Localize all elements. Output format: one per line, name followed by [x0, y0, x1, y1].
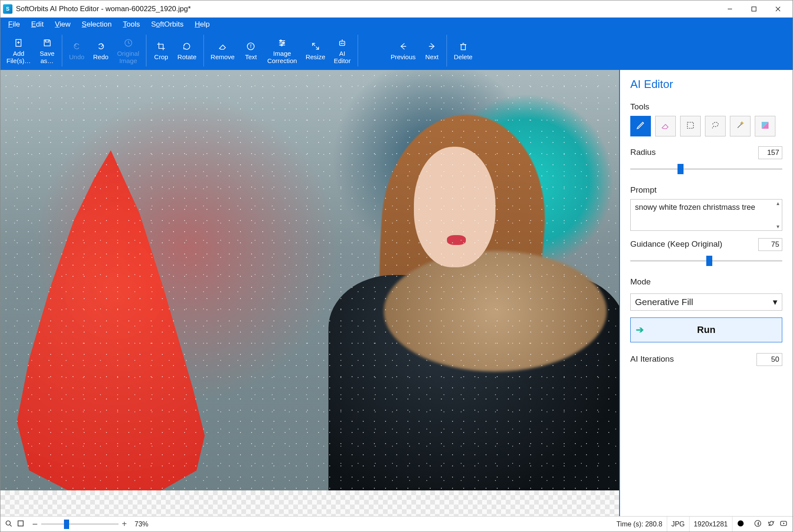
magic-wand-icon	[735, 120, 745, 133]
svg-point-33	[738, 520, 744, 526]
menu-file[interactable]: File	[6, 19, 22, 30]
svg-point-21	[343, 42, 344, 44]
menu-view[interactable]: View	[52, 19, 73, 30]
text-icon: T	[246, 40, 255, 52]
svg-line-17	[313, 43, 315, 46]
app-icon: S	[3, 4, 12, 14]
mode-select[interactable]: Generative Fill ▾	[630, 293, 782, 311]
prompt-label: Prompt	[630, 185, 782, 195]
panel-title: AI Editor	[630, 78, 782, 91]
rotate-icon	[182, 40, 191, 52]
chevron-down-icon: ▾	[773, 297, 778, 307]
mode-value: Generative Fill	[635, 297, 693, 307]
zoom-fit-icon[interactable]	[17, 520, 24, 529]
guidance-label: Guidance (Keep Original)	[630, 239, 722, 249]
lasso-tool[interactable]	[705, 116, 726, 136]
svg-rect-28	[687, 122, 693, 128]
svg-marker-38	[783, 523, 785, 524]
menu-selection[interactable]: Selection	[79, 19, 114, 30]
scroll-down-icon[interactable]: ▼	[775, 224, 781, 230]
trash-icon	[459, 40, 468, 52]
add-file-icon	[14, 37, 23, 49]
gradient-tool[interactable]	[755, 116, 775, 136]
prompt-input[interactable]: snowy white frozen christmass tree ▲ ▼	[630, 199, 782, 231]
save-icon	[43, 37, 52, 49]
lasso-icon	[710, 120, 720, 133]
guidance-value[interactable]: 75	[758, 238, 782, 251]
eraser-icon	[218, 40, 227, 52]
pencil-icon	[635, 120, 646, 133]
ai-editor-panel: AI Editor Tools Radius 157 Prompt snowy …	[619, 70, 793, 516]
tools-row	[630, 116, 782, 136]
pencil-tool[interactable]	[630, 116, 651, 136]
svg-text:T: T	[249, 44, 252, 49]
svg-rect-7	[46, 40, 49, 42]
previous-button[interactable]: Previous	[386, 31, 420, 70]
undo-icon	[72, 40, 82, 52]
menu-tools[interactable]: Tools	[120, 19, 143, 30]
text-button[interactable]: T Text	[239, 31, 263, 70]
transparent-area	[0, 490, 619, 516]
iterations-label: AI Iterations	[630, 354, 674, 364]
menubar: File Edit View Selection Tools SoftOrbit…	[0, 18, 793, 31]
run-button[interactable]: ➔ Run	[630, 317, 782, 342]
rect-select-tool[interactable]	[680, 116, 701, 136]
svg-line-31	[10, 525, 12, 526]
redo-button[interactable]: Redo	[89, 31, 113, 70]
facebook-icon[interactable]	[754, 520, 762, 529]
zoom-percent: 73%	[135, 520, 149, 528]
next-button[interactable]: Next	[420, 31, 444, 70]
svg-rect-19	[340, 41, 345, 45]
arrow-right-icon	[427, 40, 437, 52]
add-files-button[interactable]: AddFile(s)…	[2, 31, 35, 70]
rotate-button[interactable]: Rotate	[173, 31, 201, 70]
zoom-out-button[interactable]: −	[29, 519, 41, 530]
revert-icon	[124, 37, 133, 49]
status-bar: − + 73% Time (s): 280.8 JPG 1920x1281	[0, 516, 793, 532]
zoom-in-button[interactable]: +	[118, 519, 131, 529]
eraser-tool[interactable]	[655, 116, 676, 136]
original-image-button[interactable]: OriginalImage	[113, 31, 144, 70]
magic-wand-tool[interactable]	[730, 116, 750, 136]
prompt-text: snowy white frozen christmass tree	[635, 203, 755, 212]
canvas-area[interactable]	[0, 70, 619, 516]
zoom-actual-icon[interactable]	[5, 520, 12, 529]
run-arrow-icon: ➔	[636, 324, 644, 336]
youtube-icon[interactable]	[780, 520, 787, 529]
ai-editor-button[interactable]: AIEditor	[329, 31, 355, 70]
iterations-value[interactable]: 50	[757, 353, 782, 366]
crop-button[interactable]: Crop	[149, 31, 173, 70]
image-preview[interactable]	[0, 70, 619, 516]
close-button[interactable]	[766, 0, 790, 18]
run-label: Run	[697, 324, 716, 336]
robot-icon	[337, 37, 347, 49]
zoom-slider[interactable]	[41, 517, 118, 532]
rect-select-icon	[685, 120, 696, 133]
delete-button[interactable]: Delete	[450, 31, 477, 70]
remove-button[interactable]: Remove	[207, 31, 239, 70]
sliders-icon	[277, 37, 287, 49]
minimize-button[interactable]	[718, 0, 742, 18]
arrow-left-icon	[398, 40, 408, 52]
svg-point-35	[740, 521, 741, 522]
svg-point-30	[6, 521, 10, 525]
tools-label: Tools	[630, 102, 782, 112]
maximize-button[interactable]	[742, 0, 766, 18]
info-icon[interactable]	[737, 520, 744, 529]
radius-value[interactable]: 157	[758, 146, 782, 159]
guidance-slider[interactable]	[630, 257, 782, 265]
save-as-button[interactable]: Saveas…	[35, 31, 59, 70]
svg-rect-25	[461, 45, 465, 50]
undo-button[interactable]: Undo	[65, 31, 89, 70]
image-correction-button[interactable]: ImageCorrection	[263, 31, 301, 70]
scroll-up-icon[interactable]: ▲	[775, 200, 781, 206]
resize-button[interactable]: Resize	[301, 31, 330, 70]
svg-line-29	[738, 124, 742, 128]
menu-softorbits[interactable]: SoftOrbits	[149, 19, 186, 30]
svg-rect-1	[752, 7, 756, 11]
radius-slider[interactable]	[630, 165, 782, 173]
menu-edit[interactable]: Edit	[28, 19, 46, 30]
mode-label: Mode	[630, 277, 782, 287]
menu-help[interactable]: Help	[192, 19, 213, 30]
twitter-icon[interactable]	[767, 520, 775, 529]
